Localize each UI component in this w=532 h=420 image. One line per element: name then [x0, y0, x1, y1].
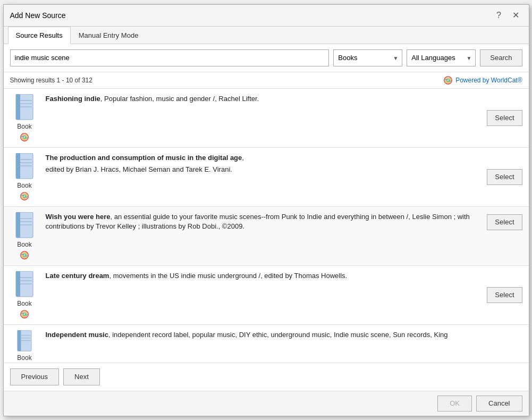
- select-col: Select: [480, 94, 522, 142]
- results-count: Showing results 1 - 10 of 312: [10, 77, 92, 84]
- book-icon: [14, 212, 35, 239]
- svg-rect-36: [18, 330, 21, 351]
- result-title-rest: ,: [242, 154, 244, 162]
- svg-rect-4: [16, 94, 20, 120]
- book-label: Book: [17, 123, 31, 130]
- result-title-text: Late century dream, movements in the US …: [46, 271, 474, 281]
- tab-bar: Source Results Manual Entry Mode: [4, 27, 529, 44]
- book-icon: [14, 330, 35, 352]
- worldcat-spinning-icon: [20, 132, 29, 142]
- result-title-text: Fashioning indie, Popular fashion, music…: [46, 94, 474, 104]
- search-input[interactable]: [10, 49, 330, 66]
- result-title-text: Wish you were here, an essential guide t…: [46, 212, 474, 231]
- select-col: Select: [480, 271, 522, 319]
- result-title-text: The production and consumption of music …: [46, 153, 474, 163]
- book-label: Book: [17, 354, 31, 362]
- dialog-footer: OK Cancel: [4, 391, 529, 416]
- result-item: Book The production and consumption of m…: [4, 148, 529, 207]
- type-dropdown[interactable]: Books Articles Journals All: [333, 49, 402, 66]
- select-col: Select: [480, 212, 522, 260]
- results-container[interactable]: Book Fashioning indie, Popular fashion, …: [4, 88, 529, 363]
- next-button[interactable]: Next: [63, 368, 100, 385]
- result-item: Book Wish you were here, an essential gu…: [4, 207, 529, 266]
- result-title-bold: Fashioning indie: [46, 95, 100, 103]
- book-icon-col: Book: [10, 271, 39, 319]
- results-info-bar: Showing results 1 - 10 of 312 Powered by…: [4, 72, 529, 88]
- result-item: Book Independent music, independent reco…: [4, 325, 529, 363]
- svg-rect-20: [16, 212, 20, 238]
- result-item: Book Late century dream, movements in th…: [4, 266, 529, 325]
- close-button[interactable]: ✕: [510, 9, 522, 22]
- svg-rect-28: [16, 271, 20, 297]
- result-title-rest: , movements in the US indie music underg…: [109, 272, 347, 280]
- book-icon: [14, 271, 35, 298]
- select-button-3[interactable]: Select: [487, 214, 522, 230]
- result-title-bold: The production and consumption of music …: [46, 154, 242, 162]
- result-content: The production and consumption of music …: [46, 153, 474, 201]
- result-title-text: Independent music, independent record la…: [46, 330, 474, 340]
- select-button-4[interactable]: Select: [487, 287, 522, 303]
- select-col: [480, 330, 522, 362]
- book-label: Book: [17, 241, 31, 248]
- result-content: Fashioning indie, Popular fashion, music…: [46, 94, 474, 142]
- help-button[interactable]: ?: [493, 9, 505, 22]
- worldcat-text: Powered by WorldCat®: [455, 77, 522, 84]
- language-dropdown[interactable]: All Languages English French Spanish Ger…: [407, 49, 476, 66]
- result-title-rest: , independent record label, popular musi…: [108, 331, 448, 339]
- language-dropdown-wrapper: All Languages English French Spanish Ger…: [407, 49, 476, 66]
- worldcat-icon: [443, 75, 453, 85]
- worldcat-spinning-icon: [20, 191, 29, 201]
- svg-rect-12: [16, 153, 20, 179]
- type-dropdown-wrapper: Books Articles Journals All: [333, 49, 402, 66]
- book-label: Book: [17, 182, 31, 189]
- worldcat-spinning-icon: [20, 309, 29, 319]
- result-title-bold: Wish you were here: [46, 213, 111, 221]
- search-bar: Books Articles Journals All All Language…: [4, 44, 529, 72]
- ok-button[interactable]: OK: [437, 396, 472, 411]
- footer-nav: Previous Next: [4, 363, 529, 391]
- book-icon-col: Book: [10, 94, 39, 142]
- result-description: edited by Brian J. Hracs, Michael Seman …: [46, 165, 474, 174]
- select-button-2[interactable]: Select: [487, 169, 522, 185]
- book-icon-col: Book: [10, 212, 39, 260]
- select-col: Select: [480, 153, 522, 201]
- cancel-button[interactable]: Cancel: [476, 396, 522, 411]
- result-content: Late century dream, movements in the US …: [46, 271, 474, 319]
- result-item: Book Fashioning indie, Popular fashion, …: [4, 89, 529, 148]
- book-icon: [14, 94, 35, 121]
- worldcat-spinning-icon: [20, 250, 29, 260]
- result-content: Independent music, independent record la…: [46, 330, 474, 362]
- title-bar: Add New Source ? ✕: [4, 5, 529, 27]
- title-bar-controls: ? ✕: [493, 9, 522, 22]
- add-new-source-dialog: Add New Source ? ✕ Source Results Manual…: [3, 4, 529, 416]
- result-title-rest: , Popular fashion, music and gender /, R…: [100, 95, 259, 103]
- result-content: Wish you were here, an essential guide t…: [46, 212, 474, 260]
- result-title-bold: Late century dream: [46, 272, 109, 280]
- tab-manual-entry[interactable]: Manual Entry Mode: [71, 27, 147, 44]
- book-icon: [14, 153, 35, 180]
- dialog-title: Add New Source: [10, 11, 66, 20]
- book-icon-col: Book: [10, 153, 39, 201]
- tab-source-results[interactable]: Source Results: [8, 27, 71, 44]
- worldcat-link[interactable]: Powered by WorldCat®: [443, 75, 522, 85]
- select-button-1[interactable]: Select: [487, 110, 522, 126]
- book-icon-col: Book: [10, 330, 39, 362]
- search-button[interactable]: Search: [480, 49, 522, 66]
- book-label: Book: [17, 300, 31, 307]
- result-title-bold: Independent music: [46, 331, 108, 339]
- previous-button[interactable]: Previous: [10, 368, 60, 385]
